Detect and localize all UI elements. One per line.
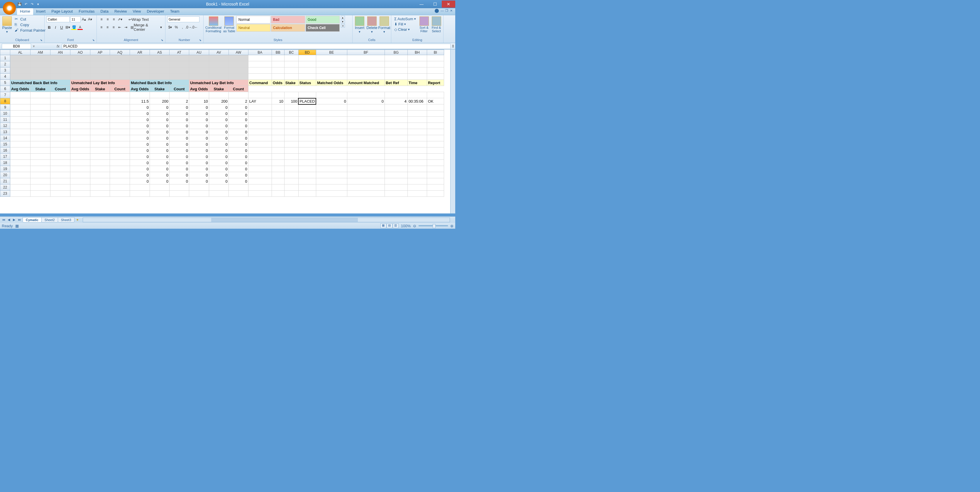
cell-AP4[interactable] [90,74,110,80]
col-header-AV[interactable]: AV [209,50,229,55]
cell-AM7[interactable] [30,92,51,98]
cell-BD16[interactable] [298,148,316,154]
cell-AN17[interactable] [51,154,70,160]
cell-BE13[interactable] [316,129,347,135]
cell-AV21[interactable]: 0 [209,178,229,184]
bold-button[interactable]: B [46,24,52,30]
cell-AN8[interactable] [51,98,70,105]
cell-AT16[interactable]: 0 [169,148,189,154]
cell-AS14[interactable]: 0 [150,135,169,141]
cell-BD18[interactable] [298,160,316,166]
cell-AP6[interactable]: Stake [90,86,110,92]
cell-AS9[interactable]: 0 [150,105,169,111]
cell-BF15[interactable] [347,141,385,148]
cell-AQ2[interactable] [110,61,130,67]
cell-AO14[interactable] [70,135,90,141]
cell-AO16[interactable] [70,148,90,154]
cell-AT20[interactable]: 0 [169,172,189,178]
percent-button[interactable]: % [173,24,179,30]
cell-AV19[interactable]: 0 [209,166,229,172]
col-header-BA[interactable]: BA [248,50,272,55]
cell-AS10[interactable]: 0 [150,111,169,117]
cell-AQ14[interactable] [110,135,130,141]
italic-button[interactable]: I [52,24,58,30]
undo-icon[interactable]: ↶ [23,2,29,7]
sheet-first-button[interactable]: ⏮ [1,218,6,222]
styles-down-button[interactable]: ▾ [341,20,345,24]
style-normal[interactable]: Normal [236,16,270,24]
merge-button[interactable]: ⊞ Merge & Center ▾ [129,24,163,30]
cell-AN1[interactable] [51,55,70,61]
cell-AR14[interactable]: 0 [130,135,150,141]
cell-BC17[interactable] [284,154,298,160]
cell-AT7[interactable] [169,92,189,98]
cell-AQ8[interactable] [110,98,130,105]
cell-AT13[interactable]: 0 [169,129,189,135]
row-header-1[interactable]: 1 [0,55,10,61]
cell-BC19[interactable] [284,166,298,172]
cell-AP17[interactable] [90,154,110,160]
cell-AL18[interactable] [10,160,30,166]
cell-AU11[interactable]: 0 [189,117,209,123]
row-header-9[interactable]: 9 [0,105,10,111]
cell-AQ18[interactable] [110,160,130,166]
cell-AW12[interactable]: 0 [229,123,248,129]
cell-AL8[interactable] [10,98,30,105]
cell-AP1[interactable] [90,55,110,61]
cell-AR5[interactable]: Matched Back Bet Info [130,80,189,86]
horizontal-scrollbar[interactable] [83,217,450,222]
cell-AV13[interactable]: 0 [209,129,229,135]
cell-BA20[interactable] [248,172,272,178]
cell-BH19[interactable] [407,166,427,172]
conditional-formatting-button[interactable]: Conditional Formatting [205,16,222,33]
cell-BC8[interactable]: 100 [284,98,298,105]
cell-BA16[interactable] [248,148,272,154]
underline-button[interactable]: U [59,24,65,30]
cell-BE12[interactable] [316,123,347,129]
cell-AT2[interactable] [169,61,189,67]
cell-AR16[interactable]: 0 [130,148,150,154]
cell-BD9[interactable] [298,105,316,111]
cell-AM6[interactable]: Stake [30,86,51,92]
cell-BA14[interactable] [248,135,272,141]
cell-AW9[interactable]: 0 [229,105,248,111]
cell-AO17[interactable] [70,154,90,160]
cell-BC15[interactable] [284,141,298,148]
cell-AW21[interactable]: 0 [229,178,248,184]
cell-AO11[interactable] [70,117,90,123]
number-format-select[interactable] [167,16,199,22]
cell-BA2[interactable] [248,61,272,67]
cell-AV23[interactable] [209,190,229,197]
cell-AT23[interactable] [169,190,189,197]
cell-BG1[interactable] [385,55,407,61]
cell-AQ9[interactable] [110,105,130,111]
normal-view-button[interactable]: ▦ [380,224,386,228]
cell-BA18[interactable] [248,160,272,166]
shrink-font-button[interactable]: A▾ [87,16,93,22]
name-box[interactable] [2,44,31,49]
cell-BA13[interactable] [248,129,272,135]
cell-AU5[interactable]: Unmatched Lay Bet Info [189,80,248,86]
cell-AW18[interactable]: 0 [229,160,248,166]
cell-BH18[interactable] [407,160,427,166]
cell-BH10[interactable] [407,111,427,117]
cell-AW16[interactable]: 0 [229,148,248,154]
cell-BE8[interactable]: 0 [316,98,347,105]
cell-AM17[interactable] [30,154,51,160]
cell-BC14[interactable] [284,135,298,141]
cell-AN15[interactable] [51,141,70,148]
cell-BB23[interactable] [272,190,284,197]
cell-BC20[interactable] [284,172,298,178]
cell-BD4[interactable] [298,74,316,80]
cell-BC13[interactable] [284,129,298,135]
select-all-corner[interactable] [0,50,10,55]
cell-BC2[interactable] [284,61,298,67]
cell-BH22[interactable] [407,184,427,190]
cell-BD20[interactable] [298,172,316,178]
cell-BE5[interactable]: Matched Odds [316,80,347,86]
cell-BF3[interactable] [347,67,385,74]
cell-BG13[interactable] [385,129,407,135]
cell-BE4[interactable] [316,74,347,80]
cell-AU17[interactable]: 0 [189,154,209,160]
cell-BC3[interactable] [284,67,298,74]
